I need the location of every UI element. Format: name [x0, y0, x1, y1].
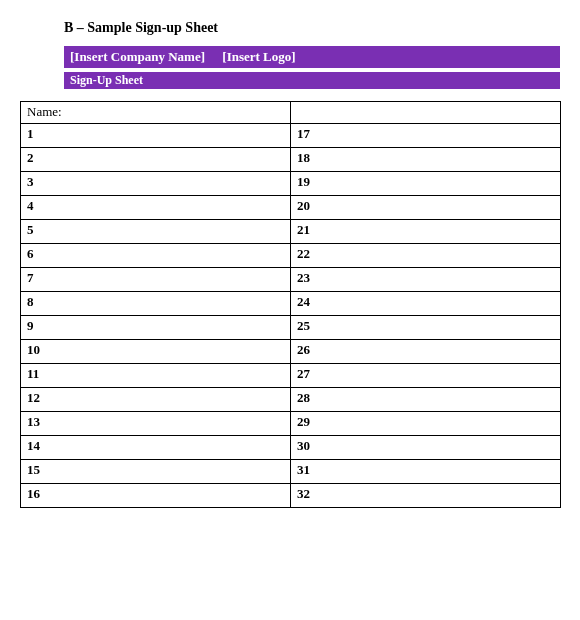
row-right: 30 — [291, 436, 561, 460]
signup-table: Name: 117 218 319 420 521 622 723 824 92… — [20, 101, 561, 508]
row-left: 16 — [21, 484, 291, 508]
document-page: B – Sample Sign-up Sheet [Insert Company… — [0, 0, 580, 518]
row-right: 19 — [291, 172, 561, 196]
row-right: 32 — [291, 484, 561, 508]
row-right: 27 — [291, 364, 561, 388]
row-left: 10 — [21, 340, 291, 364]
row-right: 21 — [291, 220, 561, 244]
table-row: 622 — [21, 244, 561, 268]
table-row: 1026 — [21, 340, 561, 364]
row-left: 9 — [21, 316, 291, 340]
row-right: 20 — [291, 196, 561, 220]
table-row: 1127 — [21, 364, 561, 388]
table-row: 420 — [21, 196, 561, 220]
table-header-row: Name: — [21, 102, 561, 124]
row-left: 5 — [21, 220, 291, 244]
document-title: B – Sample Sign-up Sheet — [64, 20, 560, 36]
row-right: 28 — [291, 388, 561, 412]
row-right: 22 — [291, 244, 561, 268]
row-right: 17 — [291, 124, 561, 148]
table-row: 521 — [21, 220, 561, 244]
table-row: 723 — [21, 268, 561, 292]
row-right: 18 — [291, 148, 561, 172]
table-row: 1329 — [21, 412, 561, 436]
row-right: 29 — [291, 412, 561, 436]
row-left: 15 — [21, 460, 291, 484]
table-row: 1228 — [21, 388, 561, 412]
row-right: 23 — [291, 268, 561, 292]
table-row: 218 — [21, 148, 561, 172]
table-row: 117 — [21, 124, 561, 148]
table-row: 824 — [21, 292, 561, 316]
table-row: 1632 — [21, 484, 561, 508]
row-left: 2 — [21, 148, 291, 172]
name-label-cell: Name: — [21, 102, 291, 124]
row-left: 6 — [21, 244, 291, 268]
name-blank-cell — [291, 102, 561, 124]
logo-placeholder: [Insert Logo] — [222, 49, 295, 64]
company-header-bar: [Insert Company Name] [Insert Logo] — [64, 46, 560, 68]
row-right: 26 — [291, 340, 561, 364]
row-left: 1 — [21, 124, 291, 148]
table-row: 1531 — [21, 460, 561, 484]
row-left: 7 — [21, 268, 291, 292]
table-row: 1430 — [21, 436, 561, 460]
row-left: 13 — [21, 412, 291, 436]
row-right: 24 — [291, 292, 561, 316]
signup-subheader-bar: Sign-Up Sheet — [64, 72, 560, 89]
row-left: 11 — [21, 364, 291, 388]
row-left: 12 — [21, 388, 291, 412]
company-name-placeholder: [Insert Company Name] — [70, 49, 205, 64]
row-left: 3 — [21, 172, 291, 196]
row-left: 4 — [21, 196, 291, 220]
row-left: 8 — [21, 292, 291, 316]
table-row: 925 — [21, 316, 561, 340]
row-left: 14 — [21, 436, 291, 460]
row-right: 31 — [291, 460, 561, 484]
row-right: 25 — [291, 316, 561, 340]
table-row: 319 — [21, 172, 561, 196]
